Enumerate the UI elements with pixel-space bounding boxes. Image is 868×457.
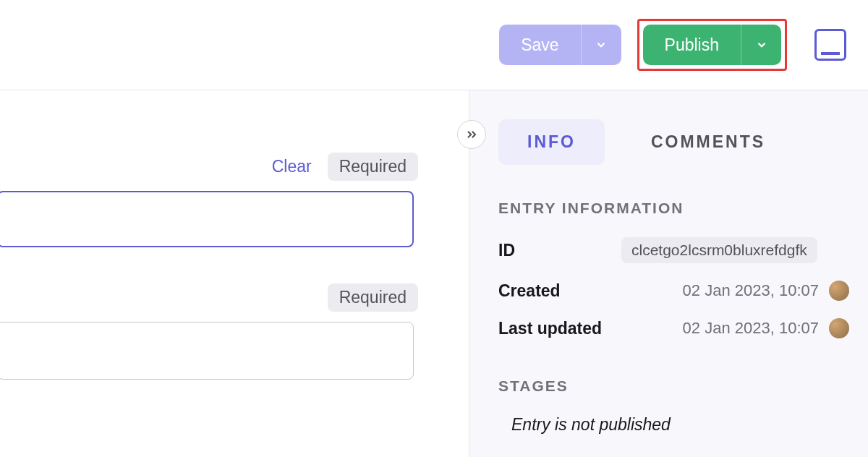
chevron-down-icon <box>595 38 608 51</box>
clear-button[interactable]: Clear <box>272 157 312 176</box>
save-dropdown-button[interactable] <box>581 25 621 65</box>
info-row-updated: Last updated 02 Jan 2023, 10:07 <box>498 318 849 338</box>
entry-info-heading: ENTRY INFORMATION <box>498 200 849 217</box>
save-button[interactable]: Save <box>499 25 580 65</box>
tab-info[interactable]: INFO <box>498 119 605 165</box>
collapse-sidebar-button[interactable] <box>457 120 486 149</box>
field-meta: Required <box>0 283 469 312</box>
text-input-2[interactable] <box>0 322 414 380</box>
avatar <box>829 318 849 338</box>
id-value: clcetgo2lcsrm0bluxrefdgfk <box>621 237 817 263</box>
main-content: Clear Required Required INFO COMMENTS EN… <box>0 90 868 457</box>
chevron-double-right-icon <box>464 127 479 142</box>
info-row-id: ID clcetgo2lcsrm0bluxrefdgfk <box>498 237 849 263</box>
updated-label: Last updated <box>498 319 621 338</box>
avatar <box>829 281 849 301</box>
stages-section: STAGES Entry is not published <box>498 377 849 435</box>
required-badge: Required <box>328 153 418 181</box>
tabs: INFO COMMENTS <box>498 119 849 165</box>
publish-split-button: Publish <box>643 25 781 65</box>
save-split-button: Save <box>499 25 621 65</box>
field-meta: Clear Required <box>0 153 469 181</box>
required-badge: Required <box>328 283 418 312</box>
info-row-created: Created 02 Jan 2023, 10:07 <box>498 281 849 301</box>
field-row: Required <box>0 283 469 380</box>
publish-dropdown-button[interactable] <box>741 25 781 65</box>
text-input-1[interactable] <box>0 191 414 247</box>
updated-value: 02 Jan 2023, 10:07 <box>621 319 825 338</box>
info-pane: INFO COMMENTS ENTRY INFORMATION ID clcet… <box>469 90 868 457</box>
chevron-down-icon <box>755 38 768 51</box>
publish-highlight: Publish <box>637 19 787 71</box>
stages-status: Entry is not published <box>511 415 849 435</box>
form-pane: Clear Required Required <box>0 90 469 457</box>
created-value: 02 Jan 2023, 10:07 <box>621 281 825 300</box>
tab-comments[interactable]: COMMENTS <box>622 119 794 165</box>
toolbar: Save Publish <box>0 0 868 90</box>
id-label: ID <box>498 241 621 260</box>
publish-button[interactable]: Publish <box>643 25 741 65</box>
created-label: Created <box>498 281 621 301</box>
panel-toggle-icon[interactable] <box>814 29 846 61</box>
stages-heading: STAGES <box>498 377 849 395</box>
field-row: Clear Required <box>0 153 469 247</box>
panel-bar-icon <box>821 52 840 55</box>
